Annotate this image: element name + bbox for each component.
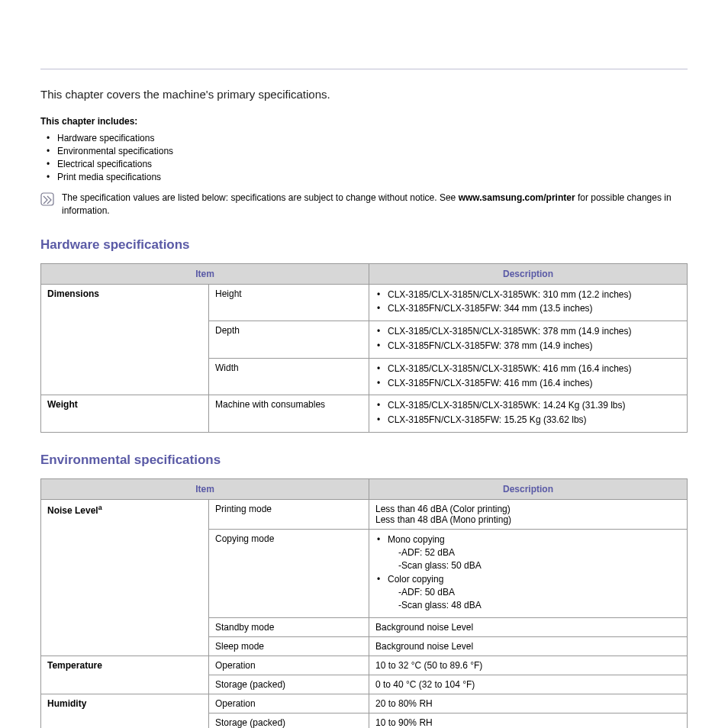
includes-item: Electrical specifications <box>57 159 688 169</box>
hardware-heading: Hardware specifications <box>40 237 688 253</box>
text-line: -ADF: 52 dBA <box>388 546 681 559</box>
environmental-table: Item Description Noise Levela Printing m… <box>40 478 688 728</box>
cell-temp-st-label: Storage (packed) <box>209 675 369 694</box>
cell-sleep-label: Sleep mode <box>209 636 369 656</box>
text-line: -ADF: 50 dBA <box>388 586 681 599</box>
text-line: -Scan glass: 50 dBA <box>388 559 681 572</box>
table-row: Noise Levela Printing mode Less than 46 … <box>41 499 688 529</box>
cell-print-desc: Less than 46 dBA (Color printing) Less t… <box>369 499 688 529</box>
note-block: The specification values are listed belo… <box>40 192 688 217</box>
cell-copy-label: Copying mode <box>209 529 369 617</box>
includes-item: Print media specifications <box>57 172 688 182</box>
list-item: CLX-3185FN/CLX-3185FW: 15.25 Kg (33.62 l… <box>377 414 681 427</box>
cell-standby-desc: Background noise Level <box>369 617 688 636</box>
cell-hum-op-desc: 20 to 80% RH <box>369 694 688 713</box>
th-item: Item <box>41 263 369 284</box>
includes-heading: This chapter includes: <box>40 116 688 127</box>
environmental-section: Environmental specifications Item Descri… <box>40 453 688 728</box>
cell-height-label: Height <box>209 284 369 321</box>
list-item: CLX-3185FN/CLX-3185FW: 344 mm (13.5 inch… <box>377 302 681 315</box>
includes-list: Hardware specifications Environmental sp… <box>40 133 688 182</box>
cell-weight-label: Weight <box>41 395 209 433</box>
list-item: Mono copying -ADF: 52 dBA -Scan glass: 5… <box>377 533 681 572</box>
list-item: CLX-3185/CLX-3185N/CLX-3185WK: 416 mm (1… <box>377 362 681 375</box>
cell-hum-st-label: Storage (packed) <box>209 713 369 728</box>
includes-item: Hardware specifications <box>57 133 688 143</box>
environmental-heading: Environmental specifications <box>40 453 688 468</box>
note-link[interactable]: www.samsung.com/printer <box>459 192 575 203</box>
list-item: CLX-3185FN/CLX-3185FW: 378 mm (14.9 inch… <box>377 340 681 353</box>
note-icon <box>40 192 54 206</box>
cell-weight-desc: CLX-3185/CLX-3185N/CLX-3185WK: 14.24 Kg … <box>369 395 688 433</box>
table-row: Weight Machine with consumables CLX-3185… <box>41 395 688 433</box>
top-rule <box>40 69 688 69</box>
cell-temp-label: Temperature <box>41 656 209 694</box>
note-text: The specification values are listed belo… <box>62 192 688 217</box>
cell-print-label: Printing mode <box>209 499 369 529</box>
table-row: Temperature Operation 10 to 32 °C (50 to… <box>41 656 688 675</box>
text-line: Less than 48 dBA (Mono printing) <box>375 514 511 525</box>
cell-hum-st-desc: 10 to 90% RH <box>369 713 688 728</box>
includes-item: Environmental specifications <box>57 146 688 156</box>
chapter-intro: This chapter covers the machine's primar… <box>40 88 688 101</box>
list-item: CLX-3185/CLX-3185N/CLX-3185WK: 310 mm (1… <box>377 288 681 301</box>
cell-hum-op-label: Operation <box>209 694 369 713</box>
th-item: Item <box>41 478 369 499</box>
cell-height-desc: CLX-3185/CLX-3185N/CLX-3185WK: 310 mm (1… <box>369 284 688 321</box>
cell-temp-op-desc: 10 to 32 °C (50 to 89.6 °F) <box>369 656 688 675</box>
cell-hum-label: Humidity <box>41 694 209 728</box>
text-line: Color copying <box>388 574 443 585</box>
cell-depth-desc: CLX-3185/CLX-3185N/CLX-3185WK: 378 mm (1… <box>369 321 688 359</box>
noise-footnote-mark: a <box>98 504 102 511</box>
cell-sleep-desc: Background noise Level <box>369 636 688 656</box>
table-row: Humidity Operation 20 to 80% RH <box>41 694 688 713</box>
th-desc: Description <box>369 478 688 499</box>
table-row: Dimensions Height CLX-3185/CLX-3185N/CLX… <box>41 284 688 321</box>
cell-width-label: Width <box>209 358 369 395</box>
text-line: -Scan glass: 48 dBA <box>388 599 681 612</box>
list-item: CLX-3185/CLX-3185N/CLX-3185WK: 378 mm (1… <box>377 325 681 338</box>
cell-dimensions: Dimensions <box>41 284 209 395</box>
cell-temp-st-desc: 0 to 40 °C (32 to 104 °F) <box>369 675 688 694</box>
cell-standby-label: Standby mode <box>209 617 369 636</box>
noise-label-text: Noise Level <box>47 505 98 516</box>
cell-temp-op-label: Operation <box>209 656 369 675</box>
hardware-section: Hardware specifications Item Description… <box>40 237 688 433</box>
document-page: This chapter covers the machine's primar… <box>0 0 728 728</box>
cell-depth-label: Depth <box>209 321 369 359</box>
note-prefix: The specification values are listed belo… <box>62 192 459 203</box>
cell-noise-label: Noise Levela <box>41 499 209 656</box>
th-desc: Description <box>369 263 688 284</box>
cell-copy-desc: Mono copying -ADF: 52 dBA -Scan glass: 5… <box>369 529 688 617</box>
cell-weight-sub: Machine with consumables <box>209 395 369 433</box>
list-item: CLX-3185/CLX-3185N/CLX-3185WK: 14.24 Kg … <box>377 399 681 412</box>
cell-width-desc: CLX-3185/CLX-3185N/CLX-3185WK: 416 mm (1… <box>369 358 688 395</box>
hardware-table: Item Description Dimensions Height CLX-3… <box>40 263 688 433</box>
text-line: Less than 46 dBA (Color printing) <box>375 504 511 514</box>
list-item: Color copying -ADF: 50 dBA -Scan glass: … <box>377 573 681 611</box>
list-item: CLX-3185FN/CLX-3185FW: 416 mm (16.4 inch… <box>377 377 681 390</box>
text-line: Mono copying <box>388 534 445 545</box>
